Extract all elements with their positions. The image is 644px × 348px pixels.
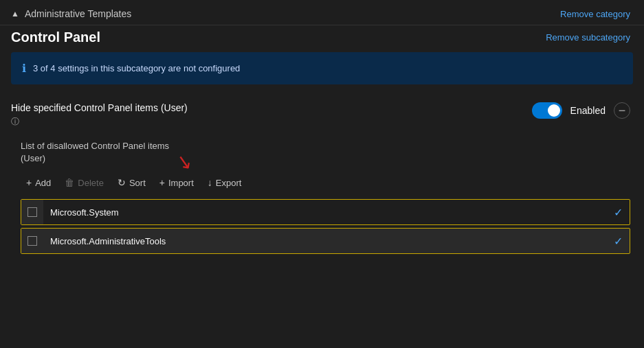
minus-icon[interactable]: −	[614, 102, 630, 119]
delete-label: Delete	[78, 178, 104, 188]
item-checkbox[interactable]	[27, 207, 37, 217]
category-title: Administrative Templates	[25, 8, 131, 19]
arrow-annotation-icon: ↘	[175, 152, 194, 174]
setting-left: Hide specified Control Panel items (User…	[11, 102, 188, 128]
list-label: List of disallowed Control Panel items (…	[21, 140, 169, 165]
info-icon: ℹ	[22, 62, 26, 75]
delete-icon: 🗑	[65, 177, 74, 188]
import-button[interactable]: + Import	[154, 174, 199, 191]
add-button[interactable]: + Add	[21, 174, 56, 191]
import-icon: +	[159, 177, 165, 188]
item-checkbox[interactable]	[27, 236, 37, 246]
remove-category-button[interactable]: Remove category	[560, 9, 630, 19]
item-value: Microsoft.AdministrativeTools	[43, 231, 607, 252]
collapse-chevron-icon[interactable]: ▲	[11, 9, 19, 19]
export-label: Export	[216, 178, 242, 188]
subcategory-bar: Control Panel Remove subcategory	[0, 25, 644, 52]
info-banner-text: 3 of 4 settings in this subcategory are …	[33, 63, 240, 73]
export-icon: ↓	[208, 177, 212, 188]
import-label: Import	[168, 178, 194, 188]
remove-subcategory-button[interactable]: Remove subcategory	[546, 32, 630, 43]
add-label: Add	[35, 178, 51, 188]
category-row: ▲ Administrative Templates	[11, 8, 131, 19]
toolbar: + Add 🗑 Delete ↻ Sort + Import ↓ Export	[21, 174, 630, 191]
list-section: List of disallowed Control Panel items (…	[0, 135, 644, 262]
sort-button[interactable]: ↻ Sort	[112, 174, 151, 191]
delete-button[interactable]: 🗑 Delete	[59, 174, 109, 191]
enabled-toggle[interactable]	[532, 102, 562, 119]
subcategory-title: Control Panel	[11, 30, 100, 45]
setting-name: Hide specified Control Panel items (User…	[11, 102, 188, 113]
enabled-label: Enabled	[570, 105, 606, 116]
info-banner: ℹ 3 of 4 settings in this subcategory ar…	[11, 52, 633, 84]
sort-label: Sort	[129, 178, 146, 188]
checkmark-icon[interactable]: ✓	[607, 206, 630, 219]
setting-row: Hide specified Control Panel items (User…	[0, 95, 644, 135]
toggle-thumb	[548, 104, 560, 117]
list-item: Microsoft.AdministrativeTools ✓	[21, 228, 630, 254]
item-value: Microsoft.System	[43, 202, 607, 223]
top-bar: ▲ Administrative Templates Remove catego…	[0, 0, 644, 25]
setting-info-icon[interactable]: ⓘ	[11, 116, 188, 128]
items-list: Microsoft.System ✓ Microsoft.Administrat…	[21, 199, 630, 257]
sort-icon: ↻	[118, 177, 126, 188]
setting-right: Enabled −	[532, 102, 630, 119]
item-checkbox-area	[21, 229, 43, 253]
add-icon: +	[26, 177, 32, 188]
item-checkbox-area	[21, 200, 43, 224]
export-button[interactable]: ↓ Export	[202, 174, 247, 191]
list-item: Microsoft.System ✓	[21, 199, 630, 225]
toggle-track	[532, 102, 562, 119]
checkmark-icon[interactable]: ✓	[607, 235, 630, 248]
